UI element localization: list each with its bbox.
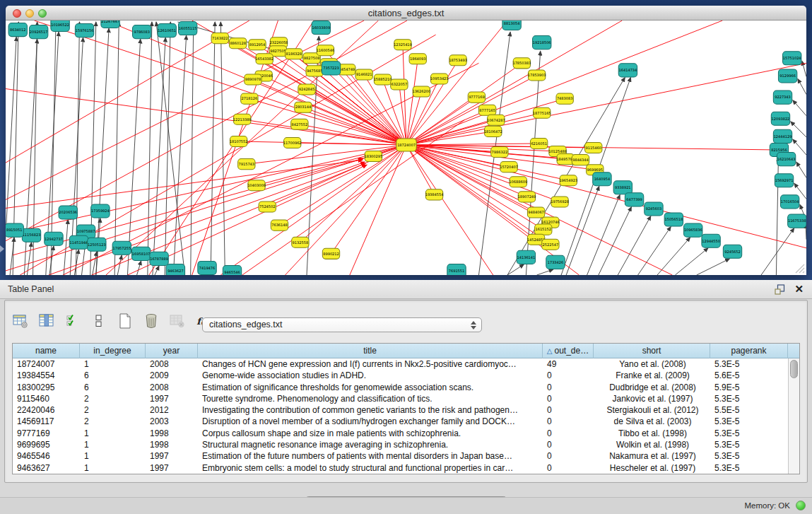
graph-node[interactable]: 9475685 [306,66,323,76]
graph-node[interactable]: 12093822 [771,112,789,125]
table-row[interactable]: 977716911998Corpus callosum shape and si… [13,428,788,439]
graph-node[interactable]: 16414734 [618,64,637,77]
graph-node[interactable]: 9338921 [613,181,632,194]
graph-node[interactable]: 11675338 [788,214,806,228]
panel-collapse-arrow[interactable] [0,245,4,252]
graph-node[interactable]: 9484067 [527,207,544,218]
graph-node[interactable]: 9227343 [773,90,792,104]
graph-node[interactable]: 18107552 [230,136,248,146]
graph-node[interactable]: 8915051 [6,223,23,237]
graph-node[interactable]: 18106472 [484,126,502,136]
graph-node[interactable]: 8813054 [502,21,521,30]
graph-node[interactable]: 19384554 [425,189,444,200]
table-row[interactable]: 911546021997Tourette syndrome. Phenomeno… [13,393,788,404]
show-columns-icon[interactable] [38,313,55,329]
graph-node[interactable]: 18907249 [518,192,536,202]
graph-node[interactable]: 7524502 [259,201,276,212]
graph-node[interactable]: 7636148 [271,220,288,230]
graph-node[interactable]: 7986322 [491,146,508,157]
graph-node[interactable]: 6477399 [625,193,643,206]
table-row[interactable]: 946362711997Embryonic stem cells: a mode… [13,462,788,474]
graph-node[interactable]: 9786083 [133,25,151,39]
column-header-title[interactable]: title [198,344,543,358]
graph-node[interactable]: 8777165 [478,105,495,115]
graph-node[interactable]: 8186328 [286,49,302,59]
graph-node[interactable]: 7419476 [198,261,216,274]
graph-node[interactable]: 9245652 [723,245,741,258]
graph-node[interactable]: 12213389 [233,114,252,124]
close-panel-icon[interactable]: ✕ [794,283,804,296]
graph-node[interactable]: 16543382 [255,54,273,64]
graph-node[interactable]: 18775165 [533,107,551,118]
graph-node[interactable]: 9242845 [298,84,315,95]
graph-node[interactable]: 21247447 [101,21,119,28]
graph-node[interactable]: 15976156 [75,24,93,37]
table-row[interactable]: 2242004622012Investigating the contribut… [13,404,788,416]
graph-node[interactable]: 9129966 [778,69,796,83]
scrollbar-thumb[interactable] [790,360,798,378]
graph-node[interactable]: 13626200 [412,86,430,97]
graph-node[interactable]: 7915743 [238,159,255,170]
graph-node[interactable]: 12505123 [88,238,106,251]
graph-node[interactable]: 7483083 [556,93,573,104]
graph-node[interactable]: 16210643 [777,153,795,166]
row-height-icon[interactable] [90,313,107,329]
graph-node[interactable]: 2803144 [295,102,312,112]
graph-node[interactable]: 11600546 [317,45,335,56]
graph-node[interactable]: 12325419 [394,40,412,50]
graph-node[interactable]: 8427552 [291,119,308,129]
graph-node[interactable]: 8990212 [322,248,339,259]
graph-node[interactable]: 7691551 [447,264,466,275]
graph-node[interactable]: 15885210 [374,74,392,85]
graph-node[interactable]: 7357223 [322,62,340,75]
graph-node[interactable]: 15720407 [500,162,518,173]
table-row[interactable]: 1938455462009Genome-wide association stu… [13,370,788,381]
graph-node[interactable]: 10965836 [684,223,702,237]
graph-node[interactable]: 20926517 [29,25,47,39]
graph-node[interactable]: 17850383 [512,58,531,69]
graph-node[interactable]: 11700962 [283,137,302,148]
table-scrollbar[interactable] [788,358,799,474]
graph-node[interactable]: 20206536 [59,206,77,219]
graph-node[interactable]: 6216051 [530,138,547,148]
graph-node[interactable]: 12942737 [45,232,63,245]
graph-node[interactable]: 16055115 [178,22,196,35]
table-row[interactable]: 1872400712008Changes of HCN gene express… [13,358,788,370]
graph-node[interactable]: 17853903 [528,70,546,81]
graph-node[interactable]: 15056518 [664,213,683,226]
delete-columns-icon[interactable] [143,313,160,329]
select-columns-icon[interactable] [64,313,81,329]
resize-grip[interactable] [795,264,805,274]
graph-node[interactable]: 8634012 [8,23,27,37]
graph-node[interactable]: 10196522 [51,21,69,32]
float-window-icon[interactable] [775,284,785,295]
table-mode-icon[interactable] [12,313,29,329]
column-header-pagerank[interactable]: pagerank [710,344,788,358]
graph-node[interactable]: 9777169 [468,92,485,103]
graph-node[interactable]: 10688609 [509,177,527,187]
graph-node[interactable]: 16033809 [312,21,330,35]
table-row[interactable]: 1456911722003Disruption of a novel membe… [13,416,788,427]
table-row[interactable]: 969969511998Structural magnetic resonanc… [13,439,788,450]
graph-node[interactable]: 1864093 [409,54,426,64]
column-header-out_de[interactable]: △out_de… [543,344,594,358]
column-header-short[interactable]: short [594,344,710,358]
graph-node[interactable]: 1615152 [535,224,552,235]
graph-node[interactable]: 14136141 [517,250,535,264]
graph-node[interactable]: 9115460 [585,142,602,153]
graph-node[interactable]: 9844344 [572,155,589,165]
graph-node[interactable]: 8454749 [339,64,355,75]
graph-node[interactable]: 15692971 [775,174,793,187]
graph-node[interactable]: 8912954 [249,40,266,50]
table-selector-dropdown[interactable]: citations_edges.txt [202,317,482,332]
graph-node[interactable]: 11451944 [69,235,88,249]
graph-node[interactable]: 9245603 [645,202,663,216]
graph-node[interactable]: 10953423 [430,74,449,84]
graph-node[interactable]: 15751024 [783,52,801,65]
graph-node[interactable]: 10403008 [247,180,266,191]
graph-node[interactable]: 17957255 [112,241,131,255]
table-row[interactable]: 1830029562008Estimation of significance … [13,382,788,393]
graph-node[interactable]: 18724007 [396,139,416,151]
graph-node[interactable]: 12610651 [158,24,176,37]
graph-node[interactable]: 18300295 [364,151,382,162]
